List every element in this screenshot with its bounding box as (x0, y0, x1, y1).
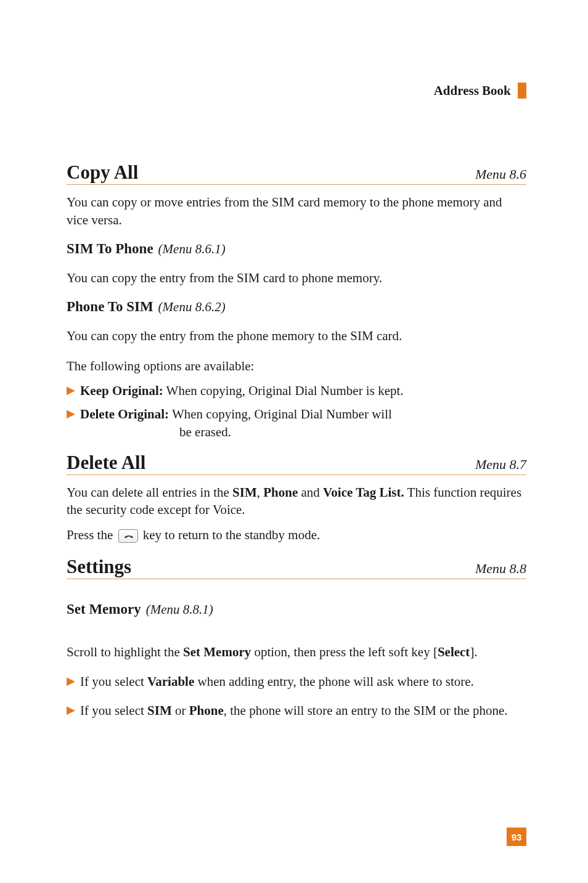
menu-reference: (Menu 8.6.1) (158, 242, 226, 256)
text-span: If you select (80, 674, 147, 689)
bold-span: Variable (147, 674, 194, 689)
body-text: Press the key to return to the standby m… (67, 526, 526, 543)
body-text: You can delete all entries in the SIM, P… (67, 484, 526, 519)
option-label: Delete Original: (80, 407, 169, 421)
menu-reference: Menu 8.6 (475, 166, 526, 182)
menu-reference: Menu 8.8 (475, 561, 526, 577)
bold-span: SIM (147, 703, 172, 718)
list-item: ▶ If you select Variable when adding ent… (67, 673, 526, 690)
triangle-bullet-icon: ▶ (67, 702, 75, 719)
list-item: ▶ Delete Original: When copying, Origina… (67, 405, 526, 423)
bold-span: Phone (189, 703, 224, 718)
subsection-phone-to-sim: Phone To SIM (Menu 8.6.2) (67, 299, 526, 315)
bold-span: Select (438, 645, 470, 659)
list-item: ▶ If you select SIM or Phone, the phone … (67, 702, 526, 719)
page-number: 93 (507, 828, 526, 846)
chapter-title: Address Book (434, 83, 511, 98)
triangle-bullet-icon: ▶ (67, 673, 75, 690)
triangle-bullet-icon: ▶ (67, 382, 75, 399)
menu-reference: (Menu 8.8.1) (146, 602, 213, 617)
section-copy-all-header: Copy All Menu 8.6 (67, 161, 526, 185)
bullet-content: If you select Variable when adding entry… (80, 673, 526, 690)
section-title: Copy All (67, 161, 138, 184)
page-number-text: 93 (512, 832, 522, 842)
option-continuation: be erased. (179, 423, 526, 441)
subsection-sim-to-phone: SIM To Phone (Menu 8.6.1) (67, 241, 526, 257)
section-settings-header: Settings Menu 8.8 (67, 556, 526, 579)
list-item: ▶ Keep Original: When copying, Original … (67, 382, 526, 399)
body-text: You can copy the entry from the SIM card… (67, 269, 526, 287)
bullet-content: Keep Original: When copying, Original Di… (80, 382, 526, 399)
body-text: You can copy or move entries from the SI… (67, 193, 526, 229)
text-span: If you select (80, 703, 147, 718)
triangle-bullet-icon: ▶ (67, 405, 75, 423)
bold-span: Voice Tag List. (323, 485, 404, 500)
text-span: option, then press the left soft key [ (251, 645, 438, 659)
body-text: Scroll to highlight the Set Memory optio… (67, 643, 526, 661)
option-text: When copying, Original Dial Number will (169, 407, 392, 421)
body-text: The following options are available: (67, 357, 526, 375)
text-span: ]. (470, 645, 477, 659)
section-delete-all-header: Delete All Menu 8.7 (67, 452, 526, 475)
bullet-content: If you select SIM or Phone, the phone wi… (80, 702, 526, 719)
body-text: You can copy the entry from the phone me… (67, 327, 526, 344)
text-span: and (298, 485, 323, 500)
bold-span: SIM (232, 485, 257, 500)
section-title: Settings (67, 556, 131, 578)
subsection-title: Set Memory (67, 601, 141, 617)
text-span: key to return to the standby mode. (143, 527, 321, 542)
accent-block-icon (518, 83, 526, 99)
subsection-set-memory: Set Memory (Menu 8.8.1) (67, 601, 526, 617)
text-span: Press the (67, 527, 116, 542)
text-span: Scroll to highlight the (67, 645, 183, 659)
option-label: Keep Original: (80, 383, 163, 398)
subsection-title: Phone To SIM (67, 299, 153, 314)
text-span: when adding entry, the phone will ask wh… (194, 674, 474, 689)
text-span: You can delete all entries in the (67, 485, 232, 500)
end-call-key-icon (118, 529, 138, 543)
chapter-header: Address Book (67, 83, 526, 100)
menu-reference: Menu 8.7 (475, 457, 526, 473)
menu-reference: (Menu 8.6.2) (158, 299, 226, 314)
bold-span: Phone (263, 485, 298, 500)
bullet-content: Delete Original: When copying, Original … (80, 405, 526, 423)
bold-span: Set Memory (183, 645, 251, 659)
section-title: Delete All (67, 452, 145, 474)
page-content: Address Book Copy All Menu 8.6 You can c… (0, 0, 588, 762)
text-span: , the phone will store an entry to the S… (224, 703, 508, 718)
subsection-title: SIM To Phone (67, 241, 153, 256)
option-text: When copying, Original Dial Number is ke… (163, 383, 404, 398)
text-span: , (257, 485, 264, 500)
text-span: or (172, 703, 189, 718)
